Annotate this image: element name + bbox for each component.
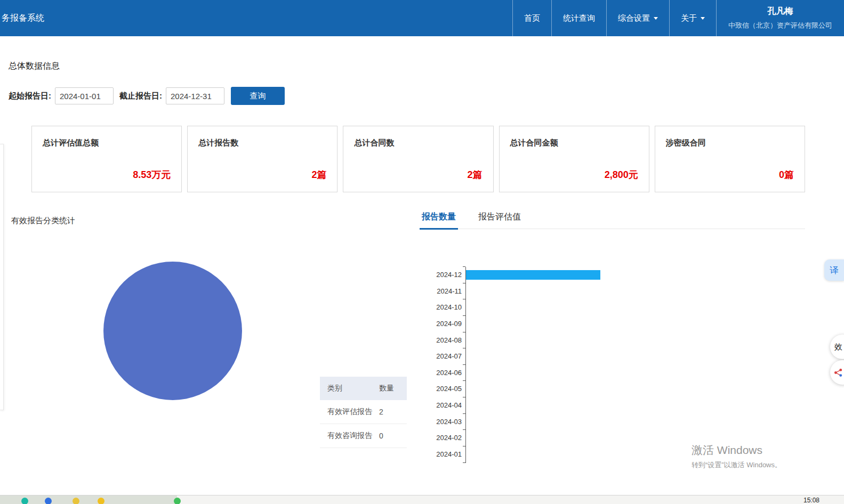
floating-badge-label: 效 [834,342,842,352]
stat-card-title: 总计评估值总额 [43,138,99,148]
table-header-row: 类别 数量 [320,377,407,400]
bar-row: 2024-10 [421,299,802,316]
bar-category-label: 2024-04 [421,397,465,414]
chart-tabs: 报告数量 报告评估值 [420,212,805,229]
query-button[interactable]: 查询 [231,87,285,105]
left-edge-panel [0,144,4,410]
windows-activation-watermark: 激活 Windows 转到“设置”以激活 Windows。 [692,443,782,470]
bar-track [465,332,802,349]
start-date-label: 起始报告日: [9,91,51,101]
date-filter-row: 起始报告日: 截止报告日: 查询 [9,87,285,105]
bar-row: 2024-09 [421,316,802,332]
taskbar-app-icon[interactable] [73,498,79,504]
pie-chart[interactable] [103,262,242,400]
table-cell-count: 0 [379,432,407,440]
bar-row: 2024-08 [421,332,802,349]
stat-card-total-reports: 总计报告数 2篇 [187,126,337,192]
nav-item-statistics-label: 统计查询 [563,13,595,23]
bar-row: 2024-04 [421,397,802,414]
bar-category-label: 2024-02 [421,430,465,446]
user-name: 孔凡梅 [768,6,793,17]
translate-button[interactable]: 译 [824,259,844,281]
bar-track [465,267,802,283]
stat-card-classified-contracts: 涉密级合同 0篇 [655,126,805,192]
bar-chart-rows: 2024-122024-112024-102024-092024-082024-… [421,267,802,463]
bar-category-label: 2024-12 [421,267,465,283]
table-cell-count: 2 [379,408,407,416]
app-title: 务报备系统 [2,13,44,24]
bar-row: 2024-05 [421,381,802,397]
bar[interactable] [466,270,600,280]
watermark-line2: 转到“设置”以激活 Windows。 [692,460,782,470]
floating-badge-button[interactable]: 效 [830,335,844,359]
bar-row: 2024-07 [421,348,802,365]
bar-category-label: 2024-10 [421,299,465,316]
bar-track [465,283,802,300]
stat-card-title: 总计合同金额 [510,138,558,148]
tab-report-valuation[interactable]: 报告评估值 [476,212,523,229]
bar-track [465,397,802,414]
bar-category-label: 2024-05 [421,381,465,397]
table-row: 有效咨询报告 0 [320,424,407,448]
bar-row: 2024-03 [421,414,802,430]
stat-card-value: 2,800元 [605,168,638,181]
nav-item-home-label: 首页 [524,13,540,23]
bar-category-label: 2024-07 [421,348,465,365]
table-cell-category: 有效评估报告 [320,407,379,417]
bar-row: 2024-11 [421,283,802,300]
bar-track [465,365,802,381]
table-header-category: 类别 [320,384,379,393]
nav-item-settings[interactable]: 综合设置 [606,0,669,36]
stat-card-value: 2篇 [311,168,326,181]
floating-share-button[interactable] [830,360,844,385]
table-header-count: 数量 [379,384,407,393]
bar-row: 2024-06 [421,365,802,381]
stat-card-value: 8.53万元 [133,168,171,181]
category-table: 类别 数量 有效评估报告 2 有效咨询报告 0 [320,377,407,448]
end-date-label: 截止报告日: [119,91,162,101]
nav-item-statistics[interactable]: 统计查询 [551,0,606,36]
bar-category-label: 2024-01 [421,446,465,463]
taskbar-clock[interactable]: 15:08 [803,497,819,504]
watermark-line1: 激活 Windows [692,443,782,458]
company-name: 中致信（北京）资产评估有限公司 [728,21,832,30]
bar-category-label: 2024-11 [421,283,465,300]
stat-card-value: 2篇 [468,168,483,181]
bar-track [465,414,802,430]
translate-icon: 译 [830,264,839,277]
nav-item-about-label: 关于 [681,13,697,23]
bar-track [465,316,802,332]
main-nav: 首页 统计查询 综合设置 关于 孔凡梅 中致信（北京）资产评估有限公司 [512,0,844,36]
stat-card-total-contracts: 总计合同数 2篇 [343,126,493,192]
bar-category-label: 2024-09 [421,316,465,332]
taskbar-app-icon[interactable] [21,498,28,504]
tab-report-count[interactable]: 报告数量 [420,212,458,230]
bar-track [465,381,802,397]
stat-card-total-valuation: 总计评估值总额 8.53万元 [31,126,182,192]
top-navbar: 务报备系统 首页 统计查询 综合设置 关于 孔凡梅 中致信（北京）资产评估有限公… [0,0,844,36]
bar-category-label: 2024-06 [421,365,465,381]
start-date-input[interactable] [55,87,114,104]
chevron-down-icon [654,17,658,20]
user-info[interactable]: 孔凡梅 中致信（北京）资产评估有限公司 [716,0,844,36]
stat-card-title: 总计合同数 [354,138,394,148]
page-title: 总体数据信息 [9,61,60,72]
bar-track [465,348,802,365]
bar-category-label: 2024-08 [421,332,465,349]
stat-card-title: 涉密级合同 [666,138,706,148]
share-icon [834,368,843,377]
stat-cards-row: 总计评估值总额 8.53万元 总计报告数 2篇 总计合同数 2篇 总计合同金额 … [31,126,805,192]
nav-item-settings-label: 综合设置 [618,13,650,23]
taskbar-app-icon[interactable] [45,498,52,504]
nav-item-about[interactable]: 关于 [669,0,716,36]
bar-track [465,299,802,316]
bar-row: 2024-12 [421,267,802,283]
windows-taskbar[interactable]: 15:08 [0,495,844,504]
taskbar-app-icon[interactable] [174,498,181,504]
table-cell-category: 有效咨询报告 [320,431,379,441]
taskbar-app-icon[interactable] [98,498,105,504]
table-row: 有效评估报告 2 [320,400,407,424]
end-date-input[interactable] [166,87,224,104]
stat-card-value: 0篇 [779,168,794,181]
nav-item-home[interactable]: 首页 [512,0,551,36]
